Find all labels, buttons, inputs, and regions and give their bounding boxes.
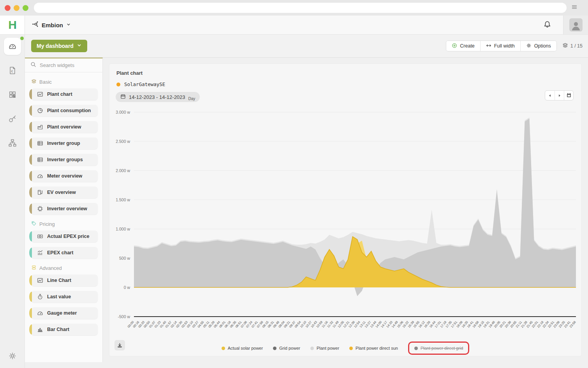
invoice-icon: € — [8, 66, 17, 75]
widget-item-ev-overview[interactable]: EV overview — [31, 187, 98, 198]
widget-item-label: Gauge meter — [47, 310, 77, 316]
org-switcher[interactable]: Embion — [32, 21, 71, 29]
widget-item-label: Plant consumption — [47, 108, 91, 113]
widget-item-inverter-group[interactable]: Inverter group — [31, 137, 98, 149]
widget-item-gauge-meter[interactable]: Gauge meter — [31, 307, 98, 319]
widget-item-last-value[interactable]: Last value — [31, 291, 98, 303]
legend-dot — [349, 347, 353, 350]
widget-item-label: EV overview — [47, 190, 76, 195]
notifications-button[interactable] — [543, 20, 551, 30]
widget-item-label: Inverter group — [47, 141, 80, 146]
main-content: Plant chart SolarGatewaySE 14-12-2023 - … — [103, 58, 588, 368]
widget-item-line-chart[interactable]: Line Chart — [31, 275, 98, 286]
legend-item-grid-power[interactable]: Grid power — [273, 346, 300, 350]
settings-button[interactable] — [0, 352, 25, 360]
widget-item-inverter-overview[interactable]: Inverter overview — [31, 203, 98, 215]
accent-bracket — [29, 308, 32, 318]
legend-label: Plant power direct sun — [356, 346, 398, 350]
svg-text:3.000 w: 3.000 w — [116, 110, 130, 114]
section-header-advanced: Advanced — [31, 265, 102, 271]
accent-bracket — [29, 138, 32, 148]
svg-text:23:58: 23:58 — [569, 320, 577, 329]
gear-icon — [526, 43, 532, 49]
rail-item-access[interactable] — [4, 110, 21, 127]
options-label: Options — [534, 43, 551, 49]
widget-search — [25, 58, 102, 72]
nav-rail: € — [0, 35, 25, 368]
accent-bracket — [29, 324, 32, 335]
arrows-h-icon — [486, 43, 491, 48]
date-granularity: Day — [188, 97, 195, 101]
full-width-label: Full width — [494, 43, 515, 49]
address-bar[interactable] — [34, 3, 567, 13]
widget-item-label: Line Chart — [47, 278, 71, 283]
widget-item-label: Actual EPEX price — [47, 234, 89, 239]
legend-dot — [273, 347, 276, 350]
key-icon — [8, 114, 17, 123]
widget-item-plant-consumption[interactable]: Plant consumption — [31, 105, 98, 116]
widget-item-meter-overview[interactable]: Meter overview — [31, 170, 98, 182]
widget-item-plant-chart[interactable]: Plant chart — [31, 88, 98, 100]
widget-item-bar-chart[interactable]: Bar Chart — [31, 324, 98, 335]
caret-right-icon — [557, 93, 562, 98]
maximize-window-button[interactable] — [23, 5, 28, 11]
screen: H Embion € My dashboard — [0, 0, 588, 368]
apps-icon — [8, 90, 17, 99]
legend-dot — [222, 347, 225, 350]
options-button[interactable]: Options — [520, 41, 556, 51]
rail-item-topology[interactable] — [4, 134, 21, 151]
minimize-window-button[interactable] — [14, 5, 19, 11]
stack-icon — [31, 265, 37, 270]
widget-item-label: Last value — [47, 294, 71, 299]
widget-item-actual-epex-price[interactable]: Actual EPEX price — [31, 231, 98, 242]
accent-bracket — [29, 155, 32, 165]
pie-chart-icon — [37, 107, 43, 114]
arrows-horizontal-icon — [486, 43, 491, 49]
line-chart-icon — [37, 91, 43, 97]
dashboard-page-indicator[interactable]: 1 / 15 — [562, 42, 583, 49]
full-width-button[interactable]: Full width — [480, 41, 520, 51]
search-icon — [30, 62, 36, 67]
widget-item-plant-overview[interactable]: Plant overview — [31, 121, 98, 133]
browser-menu-icon[interactable] — [571, 4, 577, 12]
header-right — [543, 16, 588, 34]
bar-chart-icon — [37, 326, 43, 333]
app-logo[interactable]: H — [0, 16, 25, 34]
user-menu[interactable] — [563, 16, 588, 34]
section-label: Basic — [39, 79, 52, 85]
rail-item-billing[interactable]: € — [4, 62, 21, 79]
legend-label: Plant power — [317, 346, 339, 350]
widget-item-label: Inverter groups — [47, 157, 83, 162]
legend-item-plant-power-direct-grid[interactable]: Plant power direct grid — [408, 342, 469, 355]
org-name: Embion — [42, 22, 63, 28]
share-nodes-icon — [32, 21, 39, 29]
dashboard-selector-button[interactable]: My dashboard — [31, 40, 87, 52]
close-window-button[interactable] — [5, 5, 11, 11]
widget-item-label: Plant chart — [47, 92, 72, 97]
previous-period-button[interactable] — [545, 91, 555, 100]
dashboard-toolbar: My dashboard Create Full width Options — [25, 35, 588, 58]
create-button[interactable]: Create — [446, 41, 480, 51]
widget-item-epex-chart[interactable]: EPEX chart — [31, 247, 98, 259]
rail-item-dashboard[interactable] — [4, 38, 21, 55]
widget-item-label: EPEX chart — [47, 250, 73, 255]
chevron-down-icon — [66, 22, 71, 27]
calendar-picker-button[interactable] — [564, 91, 573, 100]
chevron-down-icon — [77, 43, 82, 49]
section-label: Advanced — [39, 265, 62, 271]
widget-item-inverter-groups[interactable]: Inverter groups — [31, 154, 98, 166]
section-header-pricing: Pricing — [31, 221, 102, 227]
legend-item-plant-power[interactable]: Plant power — [310, 346, 339, 350]
accent-bracket — [29, 106, 32, 116]
widget-item-label: Meter overview — [47, 173, 82, 179]
legend-item-actual-solar-power[interactable]: Actual solar power — [222, 346, 263, 350]
date-range-button[interactable]: 14-12-2023 - 14-12-2023 Day — [116, 92, 200, 102]
next-period-button[interactable] — [555, 91, 564, 100]
svg-text:0 w: 0 w — [124, 285, 130, 290]
rail-item-widgets[interactable] — [4, 86, 21, 103]
legend-item-plant-power-direct-sun[interactable]: Plant power direct sun — [349, 346, 398, 350]
logo-h-icon: H — [6, 18, 19, 32]
money-icon — [37, 233, 43, 239]
search-input[interactable] — [40, 62, 94, 68]
active-dot — [20, 37, 24, 40]
